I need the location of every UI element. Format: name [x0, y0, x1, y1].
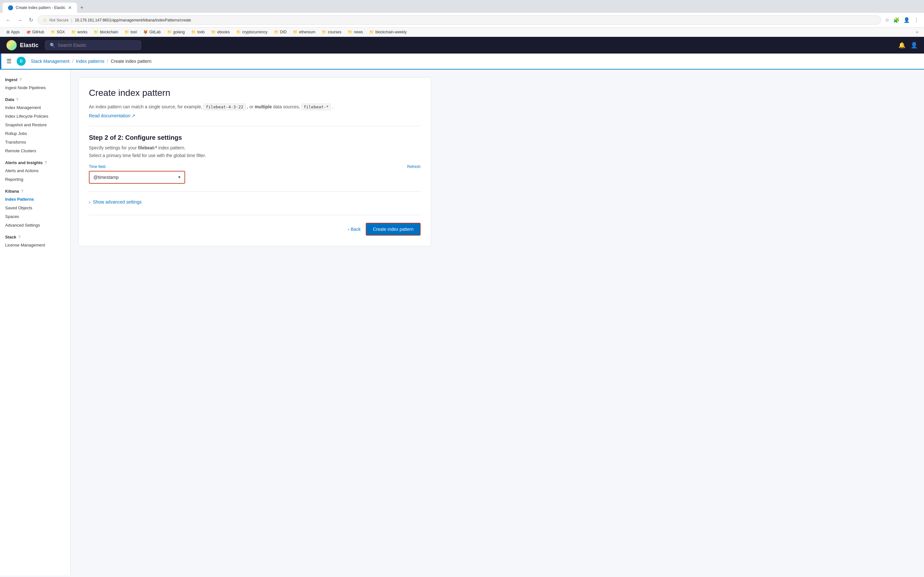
bookmark-blockchain-label: blockchain: [100, 30, 118, 34]
bookmark-blockchain[interactable]: 📁 blockchain: [91, 29, 121, 35]
field-row: Time field Refresh: [89, 164, 421, 169]
sidebar-section-title-stack: Stack ?: [0, 232, 70, 241]
bookmarks-bar: ⊞ Apps 🐙 GitHub 📁 SGX 📁 works 📁 blockcha…: [0, 27, 924, 37]
refresh-button[interactable]: ↻: [27, 16, 35, 24]
bookmark-did[interactable]: 📁 DID: [271, 29, 289, 35]
bookmark-github[interactable]: 🐙 GitHub: [23, 29, 47, 35]
folder-icon: 📁: [71, 30, 76, 34]
folder-icon: 📁: [322, 30, 326, 34]
bookmark-gitlab-label: GitLab: [149, 30, 160, 34]
apps-icon: ⊞: [6, 30, 10, 34]
extensions-button[interactable]: 🧩: [892, 16, 901, 24]
bookmark-ebooks[interactable]: 📁 ebooks: [208, 29, 232, 35]
bookmark-button[interactable]: ☆: [884, 16, 891, 24]
bookmark-apps[interactable]: ⊞ Apps: [4, 29, 22, 35]
bookmark-golang[interactable]: 📁 golang: [165, 29, 187, 35]
sidebar-item-index-lifecycle-policies[interactable]: Index Lifecycle Policies: [0, 112, 70, 121]
tab-close-button[interactable]: ✕: [68, 5, 72, 10]
breadcrumb-sep-2: /: [107, 59, 108, 64]
bookmark-works-label: works: [78, 30, 87, 34]
sidebar-item-snapshot-restore[interactable]: Snapshot and Restore: [0, 121, 70, 129]
sidebar-item-reporting[interactable]: Reporting: [0, 175, 70, 184]
security-warning-icon: ⚠: [43, 18, 47, 23]
refresh-link[interactable]: Refresh: [407, 164, 421, 169]
step-desc-1: Specify settings for your filebeat-* ind…: [89, 145, 421, 150]
sidebar-section-title-kibana: Kibana ?: [0, 186, 70, 195]
bookmark-more-button[interactable]: »: [914, 29, 920, 35]
advanced-settings-toggle[interactable]: › Show advanced settings: [89, 199, 421, 205]
time-field-select[interactable]: @timestamp No time field _updatedAt crea…: [89, 171, 185, 184]
main-content: Create index pattern An index pattern ca…: [71, 69, 924, 575]
ingest-help-icon[interactable]: ?: [19, 77, 21, 82]
breadcrumb-bar: ☰ D Stack Management / Index patterns / …: [0, 53, 924, 69]
desc-text-3: data sources,: [273, 104, 300, 109]
sidebar-item-transforms[interactable]: Transforms: [0, 138, 70, 147]
bookmark-tool[interactable]: 📁 tool: [122, 29, 139, 35]
bookmark-cryptocurrency[interactable]: 📁 cryptocurrency: [234, 29, 270, 35]
url-bar[interactable]: ⚠ Not Secure | 10.176.161.147:8601/app/m…: [37, 15, 881, 25]
back-icon: ‹: [348, 227, 349, 232]
bookmark-gitlab[interactable]: 🦊 GitLab: [141, 29, 163, 35]
sidebar-item-rollup-jobs[interactable]: Rollup Jobs: [0, 129, 70, 138]
bookmark-ethereum[interactable]: 📁 ethereum: [290, 29, 318, 35]
breadcrumb-stack-management[interactable]: Stack Management: [31, 59, 69, 64]
sidebar-item-advanced-settings[interactable]: Advanced Settings: [0, 221, 70, 229]
stack-help-icon[interactable]: ?: [18, 235, 21, 239]
back-button[interactable]: ‹ Back: [348, 227, 360, 232]
tab-favicon: 🔵: [8, 5, 13, 10]
search-icon: 🔍: [50, 43, 55, 48]
bookmark-works[interactable]: 📁 works: [69, 29, 90, 35]
kibana-logo[interactable]: Elastic: [6, 40, 39, 50]
bookmark-blockchain-weekly[interactable]: 📁 blockchain-weekly: [367, 29, 409, 35]
folder-icon: 📁: [274, 30, 279, 34]
sidebar-item-license-management[interactable]: License Management: [0, 241, 70, 250]
bookmark-news[interactable]: 📁 news: [345, 29, 365, 35]
notifications-icon[interactable]: 🔔: [898, 42, 905, 49]
sidebar-item-ingest-node-pipelines[interactable]: Ingest Node Pipelines: [0, 83, 70, 92]
page-title: Create index pattern: [89, 88, 421, 98]
bookmark-sgx[interactable]: 📁 SGX: [48, 29, 67, 35]
bookmark-blockchain-weekly-label: blockchain-weekly: [375, 30, 407, 34]
menu-button[interactable]: ⋮: [913, 16, 920, 24]
profile-button[interactable]: 👤: [902, 16, 911, 24]
bookmark-todo-label: todo: [197, 30, 205, 34]
alerts-help-icon[interactable]: ?: [45, 161, 47, 165]
bookmark-golang-label: golang: [173, 30, 185, 34]
global-search-bar[interactable]: 🔍: [45, 40, 141, 50]
divider-1: [89, 126, 421, 126]
sidebar-section-alerts: Alerts and Insights ? Alerts and Actions…: [0, 158, 70, 184]
sidebar-item-saved-objects[interactable]: Saved Objects: [0, 203, 70, 212]
sidebar-item-alerts-actions[interactable]: Alerts and Actions: [0, 166, 70, 175]
read-docs-link[interactable]: Read documentation ↗: [89, 113, 136, 118]
code-example-1: filebeat-4-3-22: [204, 103, 246, 110]
user-menu-icon[interactable]: 👤: [911, 42, 918, 49]
sidebar-section-ingest: Ingest ? Ingest Node Pipelines: [0, 75, 70, 92]
bookmark-todo[interactable]: 📁 todo: [189, 29, 207, 35]
desc-text-4: .: [332, 104, 333, 109]
kibana-help-icon[interactable]: ?: [21, 189, 23, 193]
sidebar-item-spaces[interactable]: Spaces: [0, 212, 70, 221]
bookmark-cryptocurrency-label: cryptocurrency: [242, 30, 268, 34]
description: An index pattern can match a single sour…: [89, 103, 421, 111]
sidebar-item-index-patterns[interactable]: Index Patterns: [0, 195, 70, 203]
back-button[interactable]: ←: [4, 16, 13, 24]
forward-button[interactable]: →: [15, 16, 24, 24]
bookmark-courses-label: courses: [328, 30, 341, 34]
sidebar-item-index-management[interactable]: Index Management: [0, 103, 70, 112]
menu-toggle-button[interactable]: ☰: [6, 58, 11, 65]
browser-tab[interactable]: 🔵 Create index pattern - Elastic ✕: [3, 3, 77, 13]
search-input[interactable]: [58, 43, 122, 48]
bookmark-did-label: DID: [280, 30, 287, 34]
folder-icon: 📁: [211, 30, 216, 34]
bookmark-courses[interactable]: 📁 courses: [319, 29, 344, 35]
bookmark-ebooks-label: ebooks: [217, 30, 230, 34]
data-help-icon[interactable]: ?: [16, 97, 18, 102]
create-index-pattern-button[interactable]: Create index pattern: [366, 223, 421, 235]
new-tab-button[interactable]: +: [78, 3, 86, 13]
blue-indicator: [0, 53, 1, 69]
security-label: Not Secure: [49, 18, 69, 23]
breadcrumb-index-patterns[interactable]: Index patterns: [76, 59, 105, 64]
sidebar-item-remote-clusters[interactable]: Remote Clusters: [0, 147, 70, 155]
divider-2: [89, 191, 421, 192]
code-example-2: filebeat-*: [301, 103, 331, 110]
